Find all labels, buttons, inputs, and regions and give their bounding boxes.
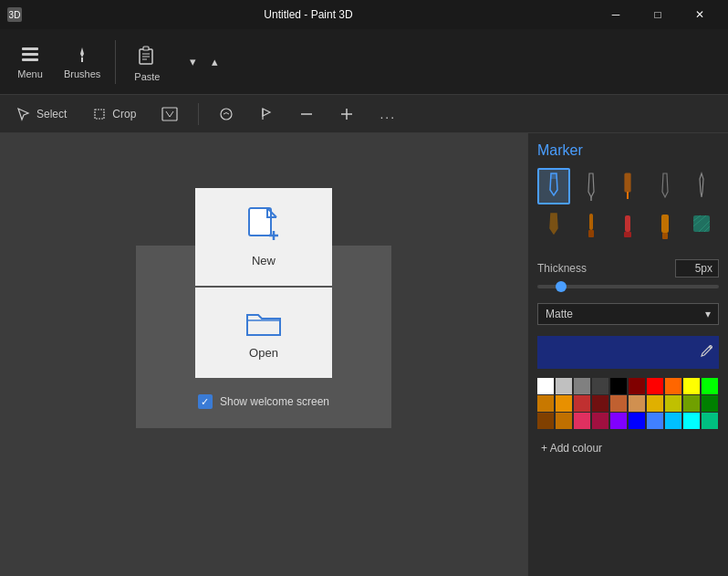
color-cell[interactable] bbox=[537, 378, 554, 394]
pen-4-icon bbox=[692, 172, 711, 201]
color-cell[interactable] bbox=[647, 395, 663, 412]
color-cell[interactable] bbox=[610, 413, 627, 429]
svg-rect-7 bbox=[143, 47, 149, 50]
color-cell[interactable] bbox=[610, 395, 627, 412]
welcome-dialog: New Open ✓ Show welcome screen bbox=[0, 133, 527, 576]
color-cell[interactable] bbox=[556, 395, 572, 412]
more-tools-label: ... bbox=[380, 107, 396, 121]
svg-rect-23 bbox=[627, 192, 629, 199]
brush-pen-1[interactable] bbox=[575, 168, 608, 204]
window-controls: ─ □ ✕ bbox=[595, 0, 721, 29]
watercolor-icon bbox=[543, 212, 565, 241]
svg-rect-27 bbox=[624, 232, 631, 237]
brush-texture[interactable] bbox=[685, 208, 718, 245]
brush-oil[interactable] bbox=[575, 208, 608, 245]
thick-icon bbox=[656, 212, 674, 241]
color-cell[interactable] bbox=[702, 378, 718, 394]
svg-text:3D: 3D bbox=[9, 10, 21, 20]
color-cell[interactable] bbox=[683, 395, 700, 412]
svg-rect-24 bbox=[589, 214, 593, 230]
color-swatch[interactable] bbox=[537, 336, 719, 369]
color-cell[interactable] bbox=[647, 378, 663, 394]
svg-rect-12 bbox=[162, 108, 177, 120]
finish-dropdown[interactable]: Matte ▾ bbox=[537, 303, 719, 325]
secondary-toolbar: Select Crop ... bbox=[0, 95, 728, 133]
maximize-button[interactable]: □ bbox=[637, 0, 679, 29]
pen-2-icon bbox=[619, 172, 637, 201]
brush-pen-4[interactable] bbox=[685, 168, 718, 204]
svg-rect-25 bbox=[588, 230, 594, 237]
menu-label: Menu bbox=[17, 68, 43, 79]
sticker-icon bbox=[219, 107, 234, 121]
minimize-button[interactable]: ─ bbox=[595, 0, 637, 29]
color-cell[interactable] bbox=[556, 378, 572, 394]
color-cell[interactable] bbox=[592, 378, 608, 394]
paste-button[interactable]: Paste bbox=[123, 38, 171, 86]
eyedropper-icon[interactable] bbox=[699, 344, 713, 361]
color-cell[interactable] bbox=[592, 413, 608, 429]
add-colour-button[interactable]: + Add colour bbox=[537, 438, 719, 458]
add-icon bbox=[339, 107, 354, 121]
color-cell[interactable] bbox=[683, 378, 700, 394]
line-tool[interactable] bbox=[294, 103, 319, 125]
brush-grid bbox=[537, 168, 719, 245]
svg-point-13 bbox=[221, 109, 232, 120]
close-button[interactable]: ✕ bbox=[679, 0, 721, 29]
color-cell[interactable] bbox=[702, 413, 718, 429]
select-tool[interactable]: Select bbox=[11, 103, 72, 125]
title-bar: 3D Untitled - Paint 3D ─ □ ✕ bbox=[0, 0, 728, 29]
magic-select-tool[interactable] bbox=[156, 103, 183, 125]
open-button[interactable]: Open bbox=[195, 288, 332, 378]
magic-select-icon bbox=[161, 107, 178, 121]
brush-marker[interactable] bbox=[537, 168, 570, 204]
new-document-icon bbox=[245, 206, 282, 246]
marker-1-icon bbox=[543, 172, 565, 201]
sec-toolbar-separator-1 bbox=[198, 103, 199, 125]
color-grid bbox=[537, 378, 719, 429]
texture-icon bbox=[692, 214, 712, 239]
new-label: New bbox=[252, 254, 276, 267]
color-cell[interactable] bbox=[665, 413, 681, 429]
menu-button[interactable]: Menu bbox=[7, 33, 53, 91]
color-cell[interactable] bbox=[556, 413, 572, 429]
brush-thick[interactable] bbox=[649, 208, 681, 245]
color-cell[interactable] bbox=[665, 378, 681, 394]
color-cell[interactable] bbox=[629, 413, 645, 429]
brush-spray[interactable] bbox=[611, 208, 644, 245]
color-cell[interactable] bbox=[647, 413, 663, 429]
svg-rect-4 bbox=[22, 58, 38, 61]
flag-tool[interactable] bbox=[254, 103, 279, 125]
color-cell[interactable] bbox=[574, 413, 590, 429]
svg-rect-28 bbox=[661, 215, 669, 233]
brush-pen-2[interactable] bbox=[611, 168, 644, 204]
color-cell[interactable] bbox=[537, 413, 554, 429]
toolbar-expand-btn[interactable]: ▾ bbox=[182, 51, 204, 73]
color-cell[interactable] bbox=[537, 395, 554, 412]
brush-pen-3[interactable] bbox=[649, 168, 681, 204]
more-tools[interactable]: ... bbox=[374, 103, 401, 125]
color-cell[interactable] bbox=[574, 378, 590, 394]
app-icon: 3D bbox=[7, 7, 22, 22]
window-title: Untitled - Paint 3D bbox=[22, 8, 595, 21]
color-cell[interactable] bbox=[683, 413, 700, 429]
add-tool[interactable] bbox=[334, 103, 359, 125]
pen-1-icon bbox=[582, 172, 600, 201]
thickness-slider[interactable] bbox=[537, 285, 719, 288]
brush-watercolor[interactable] bbox=[537, 208, 570, 245]
color-cell[interactable] bbox=[702, 395, 718, 412]
color-cell[interactable] bbox=[592, 395, 608, 412]
svg-rect-22 bbox=[625, 173, 630, 192]
color-cell[interactable] bbox=[665, 395, 681, 412]
color-cell[interactable] bbox=[629, 395, 645, 412]
toolbar-collapse-btn[interactable]: ▴ bbox=[204, 51, 226, 73]
crop-tool[interactable]: Crop bbox=[87, 103, 141, 125]
show-welcome-checkbox[interactable]: ✓ bbox=[198, 394, 213, 409]
color-cell[interactable] bbox=[629, 378, 645, 394]
canvas-area: New Open ✓ Show welcome screen bbox=[0, 133, 527, 576]
panel-title: Marker bbox=[537, 142, 719, 159]
color-cell[interactable] bbox=[574, 395, 590, 412]
sticker-tool[interactable] bbox=[213, 103, 239, 125]
color-cell[interactable] bbox=[610, 378, 627, 394]
new-button[interactable]: New bbox=[195, 188, 332, 286]
brushes-button[interactable]: Brushes bbox=[57, 33, 108, 91]
